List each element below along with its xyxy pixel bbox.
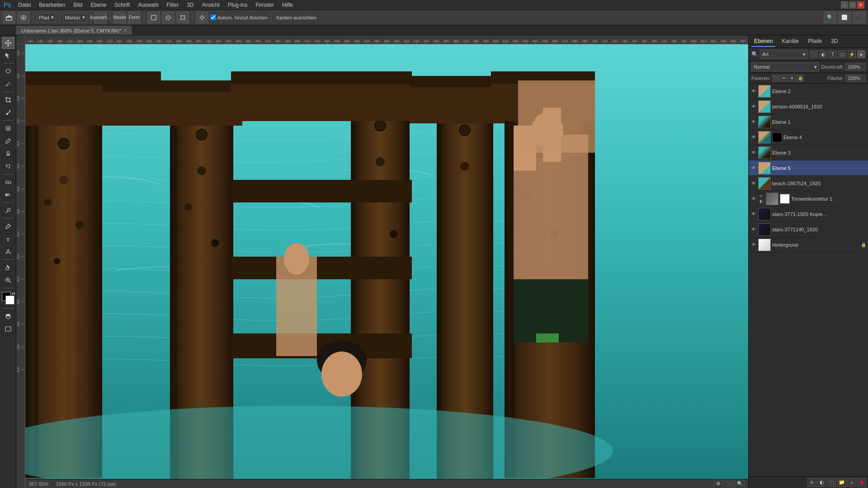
filter-type-btn[interactable]: T <box>829 50 837 58</box>
menu-bild[interactable]: Bild <box>70 1 86 9</box>
status-settings-btn[interactable]: ⚙ <box>714 479 723 488</box>
heal-tool[interactable] <box>2 122 14 134</box>
tool-options-button[interactable] <box>17 12 30 23</box>
search-global-btn[interactable]: 🔍 <box>824 12 836 23</box>
menu-filter[interactable]: Filter <box>163 1 183 9</box>
tab-ebenen[interactable]: Ebenen <box>751 36 775 47</box>
tab-pfade[interactable]: Pfade <box>805 36 825 47</box>
lock-image-btn[interactable]: ✏ <box>780 75 788 82</box>
menu-schrift[interactable]: Schrift <box>111 1 133 9</box>
document-tab[interactable]: Unbenannt-1 bei 368% (Ebene 5, CMYK/8#)*… <box>16 26 132 35</box>
filter-adjust-btn[interactable]: ◐ <box>819 50 827 58</box>
menu-ansicht[interactable]: Ansicht <box>198 1 223 9</box>
lasso-tool[interactable] <box>2 66 14 77</box>
delete-layer-button[interactable]: 🗑 <box>857 478 866 487</box>
menu-datei[interactable]: Datei <box>14 1 34 9</box>
layer-item-tonwert[interactable]: 👁 ✏ ◐ Tonwertkorrektur 1 <box>749 191 868 206</box>
swap-colors-icon[interactable]: ⇄ <box>12 291 15 296</box>
layer-item-ebene1[interactable]: 👁 Ebene 1 <box>749 114 868 130</box>
layer-mask-button[interactable]: ◐ <box>817 478 826 487</box>
type-tool[interactable]: T <box>2 233 14 245</box>
menu-ebene[interactable]: Ebene <box>87 1 110 9</box>
layer-visibility-stars-kopie[interactable]: 👁 <box>750 211 757 217</box>
layer-item-ebene5[interactable]: 👁 Ebene 5 <box>749 160 868 176</box>
gradient-tool[interactable] <box>2 189 14 201</box>
autom-checkbox-label[interactable]: Autom. hinzuf./löschen <box>210 14 268 20</box>
stamp-tool[interactable] <box>2 148 14 160</box>
layer-visibility-hintergrund[interactable]: 👁 <box>750 242 757 248</box>
layer-item-person4008516[interactable]: 👁 person-4008516_1920 <box>749 99 868 114</box>
fill-value[interactable]: 100% <box>845 75 865 82</box>
filter-pixel-btn[interactable]: ⬛ <box>810 50 818 58</box>
canvas-content[interactable]: 367.65% 1990 Px x 1338 Px (72 ppi) ⚙ ⬛ 🔍 <box>25 44 748 488</box>
eyedropper-tool[interactable] <box>2 107 14 118</box>
arrange-btn[interactable]: ⬛ <box>853 12 865 23</box>
move-tool[interactable] <box>2 37 14 49</box>
layer-item-beach[interactable]: 👁 beach-1867524_1920 <box>749 176 868 191</box>
layer-item-stars[interactable]: 👁 stars-3771140_1920 <box>749 222 868 237</box>
layer-item-hintergrund[interactable]: 👁 Hintergrund 🔒 <box>749 237 868 253</box>
quick-mask-btn[interactable] <box>2 310 14 322</box>
layer-visibility-tonwert[interactable]: 👁 <box>750 196 757 202</box>
new-layer-button[interactable]: + <box>847 478 856 487</box>
minimize-button[interactable]: ─ <box>841 1 848 9</box>
layer-visibility-beach[interactable]: 👁 <box>750 180 757 187</box>
crop-tool[interactable] <box>2 94 14 106</box>
autom-checkbox[interactable] <box>210 14 216 20</box>
hand-tool[interactable] <box>2 262 14 273</box>
home-button[interactable] <box>3 12 15 23</box>
layer-fx-button[interactable]: fx <box>807 478 816 487</box>
selection-tool-btn[interactable] <box>147 12 160 23</box>
layer-type-dropdown[interactable]: Art ▾ <box>760 50 808 59</box>
layer-visibility-ebene3[interactable]: 👁 <box>750 150 757 156</box>
eraser-tool[interactable] <box>2 176 14 188</box>
lock-position-btn[interactable]: ✦ <box>788 75 796 82</box>
settings-btn[interactable] <box>196 12 208 23</box>
menu-auswahl[interactable]: Auswahl <box>134 1 162 9</box>
status-view-btn[interactable]: ⬛ <box>725 479 734 488</box>
layer-visibility-ebene1[interactable]: 👁 <box>750 119 757 125</box>
close-button[interactable]: ✕ <box>857 1 864 9</box>
filter-shape-btn[interactable]: ⬡ <box>838 50 846 58</box>
layer-visibility-ebene2[interactable]: 👁 <box>750 88 757 94</box>
zoom-tool[interactable] <box>2 274 14 286</box>
status-zoom-btn[interactable]: 🔍 <box>736 479 745 488</box>
magic-wand-tool[interactable] <box>2 78 14 90</box>
maske-button[interactable]: Maske <box>113 12 126 23</box>
layer-item-ebene3[interactable]: 👁 Ebene 3 <box>749 145 868 160</box>
color-swatches[interactable]: ⇄ <box>2 292 14 305</box>
layer-visibility-ebene5[interactable]: 👁 <box>750 165 757 171</box>
filter-toggle-btn[interactable]: ● <box>857 50 865 58</box>
opacity-value[interactable]: 100% <box>845 63 865 70</box>
blend-mode-dropdown[interactable]: Normal ▾ <box>751 62 819 71</box>
lock-all-btn[interactable]: 🔒 <box>797 75 804 82</box>
menu-fenster[interactable]: Fenster <box>252 1 278 9</box>
filter-smart-btn[interactable]: ⚡ <box>848 50 856 58</box>
workspace-btn[interactable]: ⬜ <box>838 12 851 23</box>
layer-item-ebene2[interactable]: 👁 Ebene 2 <box>749 84 868 99</box>
screen-mode-btn[interactable] <box>2 323 14 335</box>
layer-visibility-stars[interactable]: 👁 <box>750 226 757 233</box>
tab-3d[interactable]: 3D <box>828 36 840 47</box>
auswahl-button[interactable]: Auswahl... <box>94 12 107 23</box>
tab-kanaele[interactable]: Kanäle <box>779 36 801 47</box>
form-button[interactable]: Form <box>128 12 141 23</box>
background-color[interactable] <box>5 296 14 305</box>
selection-tool[interactable] <box>2 50 14 61</box>
path-selection-toolbox[interactable] <box>2 246 14 258</box>
layer-visibility-ebene4[interactable]: 👁 <box>750 134 757 141</box>
path-dropdown[interactable]: Pfad ▾ <box>37 13 56 23</box>
brush-tool[interactable] <box>2 135 14 147</box>
marker-dropdown[interactable]: Marker ▾ <box>63 13 87 23</box>
history-brush-tool[interactable] <box>2 160 14 172</box>
menu-bearbeiten[interactable]: Bearbeiten <box>35 1 69 9</box>
tab-close-button[interactable]: × <box>124 28 127 33</box>
layer-adjustment-button[interactable]: ⬚ <box>827 478 836 487</box>
layer-item-stars-kopie[interactable]: 👁 stars-3771-1920 Kopie... <box>749 206 868 222</box>
maximize-button[interactable]: □ <box>849 1 856 9</box>
transform-btn[interactable] <box>176 12 189 23</box>
pen-tool[interactable] <box>2 221 14 232</box>
dodge-tool[interactable] <box>2 205 14 216</box>
menu-hilfe[interactable]: Hilfe <box>278 1 297 9</box>
layer-group-button[interactable]: 📁 <box>837 478 846 487</box>
